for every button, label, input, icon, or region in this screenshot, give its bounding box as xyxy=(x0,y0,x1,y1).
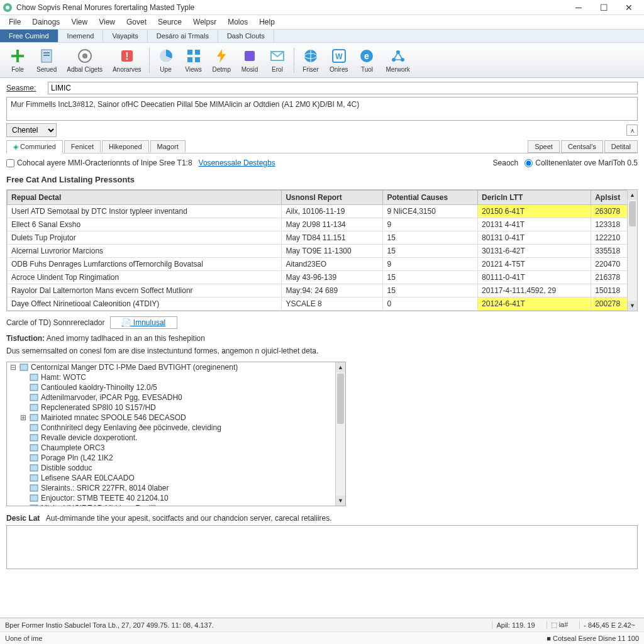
tree-item[interactable]: Conthniritecl degy Eenlaving ðee pöcinve… xyxy=(7,423,345,433)
tabbtn-centsal's[interactable]: Centsal's xyxy=(561,140,603,153)
scroll-down-icon[interactable]: ▼ xyxy=(628,301,637,311)
toolbar-fole[interactable]: Fole xyxy=(4,46,31,74)
toolbar-serued[interactable]: Serued xyxy=(31,46,62,74)
toolbar-detmp[interactable]: Detmp xyxy=(208,46,236,74)
svg-rect-40 xyxy=(30,485,38,491)
submenu-inemend[interactable]: Inemend xyxy=(58,30,104,42)
scroll-thumb[interactable] xyxy=(629,201,636,226)
table-row[interactable]: Userl ATD Semotaal by DTC Instor typleer… xyxy=(8,205,637,218)
tree-item[interactable]: Minite L'NCIREAD Mirhions Rusillion xyxy=(7,503,345,506)
menu-welpsr[interactable]: Welpsr xyxy=(188,16,221,28)
tab-magort[interactable]: Magort xyxy=(150,140,186,152)
tree-item[interactable]: Repclenerated SP8I0 10 S157/HD xyxy=(7,402,345,413)
expand-button[interactable]: ⋏ xyxy=(626,125,638,136)
col-dericln-ltt[interactable]: Dericln LTT xyxy=(478,191,591,205)
toolbar-friser[interactable]: Friser xyxy=(297,46,325,74)
submenu-vayapits[interactable]: Vayapits xyxy=(103,30,147,42)
table-row[interactable]: Rayolor Dal Lalternorton Mans evcern Sof… xyxy=(8,284,637,297)
tree-item[interactable]: Distible sodduc xyxy=(7,463,345,473)
tree-scroll-up-icon[interactable]: ▲ xyxy=(336,362,345,372)
tree-scroll-thumb[interactable] xyxy=(337,374,344,424)
toolbar-merwork[interactable]: Merwork xyxy=(380,46,414,74)
menu-help[interactable]: Help xyxy=(254,16,280,28)
tree-item[interactable]: Adtenilmarvoder, iPCAR Pgg, EVESADH0 xyxy=(7,392,345,402)
submenu-desáro-ai-trmals[interactable]: Desáro ai Trmals xyxy=(148,30,218,42)
submenu-dash-clouts[interactable]: Dash Clouts xyxy=(218,30,274,42)
submenu-free-cumind[interactable]: Free Cumind xyxy=(0,30,58,42)
svg-rect-14 xyxy=(187,57,192,62)
tree-scroll-down-icon[interactable]: ▼ xyxy=(336,496,345,506)
tree-item[interactable]: Hamt: WOTC xyxy=(7,372,345,382)
tree-item[interactable]: Porage Pln (L42 1IK2 xyxy=(7,453,345,463)
tree-label: Cantiouled kaoldry-Thinoilty 12.0/5 xyxy=(41,383,157,392)
colltenenlater-radio[interactable] xyxy=(525,159,533,167)
cell: 20124-6-41T xyxy=(478,297,591,311)
table-row[interactable]: Dulets Tup ProjutorMay TD84 11.151158013… xyxy=(8,231,637,245)
col-repual-dectal[interactable]: Repual Dectal xyxy=(8,191,282,205)
svg-rect-35 xyxy=(30,435,38,441)
tab-fenicet[interactable]: Fenicet xyxy=(64,140,101,152)
tabbtn-detital[interactable]: Detital xyxy=(604,140,638,153)
tree-node-icon xyxy=(30,393,38,402)
toolbar-erol[interactable]: Erol xyxy=(264,46,291,74)
toolbar-adbal cigets[interactable]: Adbal Cigets xyxy=(62,46,108,74)
col-usnonsl-report[interactable]: Usnonsl Report xyxy=(282,191,383,205)
toolbar-upe[interactable]: Upe xyxy=(152,46,180,74)
radio-wrap[interactable]: Colltenenlater ove MariToh 0.5 xyxy=(525,158,638,167)
svg-point-8 xyxy=(82,53,87,58)
tree-label: Mairioted mnatec SPOOLE 546 DECASOD xyxy=(41,413,186,422)
toolbar-tuol[interactable]: eTuol xyxy=(353,46,380,74)
vosenessale-link[interactable]: Vosenessale Destegbs xyxy=(199,158,275,167)
imnulusal-link[interactable]: 📄 Imnulusal xyxy=(110,316,178,329)
tree-item[interactable]: Revalle devicle doxperotiont. xyxy=(7,433,345,443)
maximize-button[interactable]: ☐ xyxy=(591,1,616,14)
table-row[interactable]: Alcernal Luvrorior MarcionsMay TO9E 11-1… xyxy=(8,245,637,258)
tab-commuried[interactable]: Commuried xyxy=(6,140,63,153)
table-scrollbar[interactable]: ▲ ▼ xyxy=(627,190,637,311)
chentel-dropdown[interactable]: Chentel xyxy=(6,123,57,137)
menu-molos[interactable]: Molos xyxy=(223,16,253,28)
desc-lat-text: Aut-dmimande tihe your apesit, socitfact… xyxy=(46,514,332,523)
table-row[interactable]: Acroce Uindent Top RingimationMay 43-96-… xyxy=(8,271,637,284)
tab-hikeponed[interactable]: Hikeponed xyxy=(102,140,149,152)
tree-node-icon xyxy=(30,413,38,422)
close-button[interactable]: ✕ xyxy=(616,1,641,14)
toolbar-views[interactable]: Views xyxy=(180,46,208,74)
tree-expander-icon[interactable]: ⊟ xyxy=(9,363,17,372)
table-row[interactable]: Ellect 6 Sanal ExshoMay 2U98 11-13492013… xyxy=(8,218,637,231)
tree-expander-icon[interactable]: ⊞ xyxy=(19,413,27,422)
tree-item[interactable]: ⊟Centornizal Manger DTC l-PMe Daed BVTIG… xyxy=(7,362,345,372)
svg-rect-38 xyxy=(30,465,38,471)
toolbar-onires[interactable]: WOnires xyxy=(325,46,353,74)
table-row[interactable]: Daye Offect Nirinetiooal Caleonition (4T… xyxy=(8,297,637,311)
menu-file[interactable]: File xyxy=(4,16,26,28)
checkbox-wrap[interactable]: Cohocal ayere MMI-Oracterionnts of Inipe… xyxy=(6,158,192,167)
tree-scrollbar[interactable]: ▲ ▼ xyxy=(335,362,345,506)
tree-item[interactable]: Lefisene SAAR E0LCAADO xyxy=(7,473,345,483)
col-potential-causes[interactable]: Potential Causes xyxy=(383,191,478,205)
toolbar-mosid[interactable]: Mosid xyxy=(236,46,264,74)
tree-item[interactable]: Sleraints.: SRICR 227FR, 8014 0laber xyxy=(7,483,345,493)
tree-box[interactable]: ⊟Centornizal Manger DTC l-PMe Daed BVTIG… xyxy=(6,362,346,506)
menu-seurce[interactable]: Seurce xyxy=(153,16,187,28)
seasme-input[interactable] xyxy=(48,82,638,94)
tree-item[interactable]: Cantiouled kaoldry-Thinoilty 12.0/5 xyxy=(7,382,345,392)
tree-item[interactable]: ⊞Mairioted mnatec SPOOLE 546 DECASOD xyxy=(7,413,345,423)
menu-govet[interactable]: Govet xyxy=(121,16,152,28)
tree-item[interactable]: Enjouctor: STMB TEETE 40 21204.10 xyxy=(7,493,345,503)
desc-lat-box[interactable] xyxy=(6,525,638,569)
tree-item[interactable]: Chaumplete ORC3 xyxy=(7,443,345,453)
tabbtn-speet[interactable]: Speet xyxy=(528,140,560,153)
cell: 20150 6-41T xyxy=(478,205,591,218)
description-box[interactable]: Mur Fimmells IncL3#812, Sainor ofHC Deec… xyxy=(6,97,638,121)
menu-view[interactable]: View xyxy=(94,16,120,28)
menu-view[interactable]: View xyxy=(66,16,92,28)
cohocal-checkbox[interactable] xyxy=(6,159,14,167)
table-row[interactable]: ODB Fuhs Denrages Lumfarctions ofTernorc… xyxy=(8,258,637,271)
toolbar-anorarves[interactable]: !Anorarves xyxy=(108,46,147,74)
menu-dainogs[interactable]: Dainogs xyxy=(27,16,65,28)
statusbar2: Uone of ime ■ Cotseal Esere Disne 11 100 xyxy=(0,631,644,644)
minimize-button[interactable]: ─ xyxy=(566,1,591,14)
svg-rect-42 xyxy=(30,505,38,506)
scroll-up-icon[interactable]: ▲ xyxy=(628,190,637,200)
